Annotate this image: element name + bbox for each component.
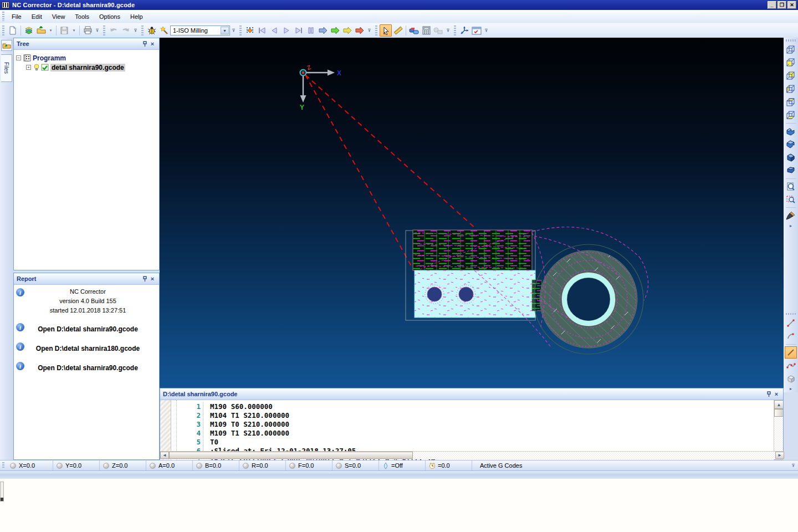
file-toolbar-overflow[interactable]: ▾ bbox=[95, 29, 100, 32]
status-grip[interactable] bbox=[2, 462, 4, 469]
right-toolbar-expand[interactable]: ▸ bbox=[790, 223, 792, 228]
draw-polyline-button[interactable] bbox=[785, 360, 797, 372]
view-front-button[interactable] bbox=[785, 57, 797, 69]
save-button[interactable] bbox=[58, 24, 70, 37]
draw-toolbar-grip[interactable] bbox=[786, 313, 796, 315]
view-back-button[interactable] bbox=[785, 70, 797, 82]
menu-help[interactable]: Help bbox=[125, 12, 148, 22]
menu-view[interactable]: View bbox=[47, 12, 70, 22]
options-window-button[interactable] bbox=[470, 24, 483, 37]
gcode-line[interactable]: 2M104 T1 S210.000000 bbox=[177, 411, 773, 420]
save-dropdown[interactable]: ▾ bbox=[71, 29, 76, 32]
toolbar-grip[interactable] bbox=[2, 25, 4, 35]
viewport-canvas[interactable]: X Y Z bbox=[160, 38, 784, 388]
undo-button[interactable] bbox=[108, 24, 120, 37]
tree-pin-icon[interactable] bbox=[141, 40, 149, 48]
solid-view-4-button[interactable] bbox=[785, 165, 797, 177]
menu-tools[interactable]: Tools bbox=[70, 12, 94, 22]
solid-cube-button[interactable] bbox=[785, 372, 797, 385]
menu-edit[interactable]: Edit bbox=[27, 12, 47, 22]
select-cursor-button[interactable] bbox=[380, 24, 392, 37]
view-toolbar-grip[interactable] bbox=[454, 25, 456, 35]
edit-toolbar-overflow[interactable]: ▾ bbox=[133, 29, 138, 32]
run-red-button[interactable] bbox=[354, 24, 366, 37]
menu-grip[interactable] bbox=[2, 12, 4, 21]
run-yellow-button[interactable] bbox=[341, 24, 354, 37]
gcode-pin-icon[interactable] bbox=[765, 390, 773, 398]
redo-button[interactable] bbox=[120, 24, 132, 37]
gcode-line[interactable]: 1M190 S60.000000 bbox=[177, 402, 773, 411]
view-bottom-button[interactable] bbox=[785, 109, 797, 121]
view-isometric-button[interactable] bbox=[785, 44, 797, 56]
files-tab[interactable]: Files bbox=[1, 54, 12, 82]
step-back-button[interactable] bbox=[268, 24, 280, 37]
tree-close-icon[interactable]: × bbox=[149, 40, 156, 48]
play-button[interactable] bbox=[280, 24, 293, 37]
combo-caret-icon[interactable]: ▼ bbox=[221, 27, 229, 34]
gcode-close-icon[interactable]: × bbox=[773, 390, 780, 398]
clear-brush-button[interactable] bbox=[785, 209, 797, 222]
draw-toolbar-expand[interactable]: ▸ bbox=[790, 386, 792, 391]
measure-3d-button[interactable] bbox=[408, 24, 420, 37]
run-blue-button[interactable] bbox=[317, 24, 329, 37]
print-button[interactable] bbox=[81, 24, 94, 37]
zoom-fit-page-button[interactable] bbox=[785, 181, 797, 193]
zoom-window-button[interactable] bbox=[785, 193, 797, 206]
calculator-button[interactable] bbox=[420, 24, 432, 37]
status-bar-overflow[interactable]: ▾ bbox=[791, 464, 796, 467]
view-left-button[interactable] bbox=[785, 83, 797, 95]
debug-toolbar-overflow[interactable]: ▾ bbox=[231, 29, 236, 32]
debug-button[interactable] bbox=[146, 24, 158, 37]
tree-file-label[interactable]: detal sharnira90.gcode bbox=[50, 64, 125, 71]
gcode-horizontal-scrollbar[interactable]: ◄ ► bbox=[160, 451, 784, 459]
expand-expander-icon[interactable]: + bbox=[26, 65, 31, 70]
solid-view-2-button[interactable] bbox=[785, 139, 797, 151]
scroll-up-icon[interactable]: ▲ bbox=[774, 400, 783, 409]
run-green-button[interactable] bbox=[329, 24, 341, 37]
files-button[interactable] bbox=[1, 40, 12, 51]
collapse-expander-icon[interactable]: − bbox=[16, 55, 21, 60]
sim-toolbar-overflow[interactable]: ▾ bbox=[367, 29, 372, 32]
pause-button[interactable] bbox=[305, 24, 317, 37]
view-top-button[interactable] bbox=[785, 96, 797, 109]
report-close-icon[interactable]: × bbox=[149, 275, 156, 283]
tree-root-label[interactable]: Programm bbox=[33, 54, 66, 62]
milling-mode-combo[interactable]: 1-ISO Milling ▼ bbox=[170, 25, 230, 35]
go-to-start-button[interactable] bbox=[256, 24, 268, 37]
gcode-line[interactable]: 4M109 T1 S210.000000 bbox=[177, 429, 773, 438]
title-bar[interactable]: NC Corrector - D:\detal sharnira90.gcode… bbox=[0, 0, 798, 10]
view-toolbar-grip[interactable] bbox=[786, 39, 796, 42]
open-file-button[interactable] bbox=[35, 24, 47, 37]
gcode-line[interactable]: 3M109 T0 S210.000000 bbox=[177, 420, 773, 429]
solid-view-1-button[interactable] bbox=[785, 125, 797, 137]
report-pin-icon[interactable] bbox=[141, 275, 149, 283]
simulation-settings-button[interactable] bbox=[244, 24, 256, 37]
scroll-left-icon[interactable]: ◄ bbox=[160, 452, 169, 459]
layers-button[interactable] bbox=[23, 24, 35, 37]
new-document-button[interactable] bbox=[7, 24, 19, 37]
scroll-thumb[interactable] bbox=[774, 409, 783, 417]
tools-toolbar-overflow[interactable]: ▾ bbox=[446, 29, 451, 32]
tree-root-row[interactable]: − Programm bbox=[16, 53, 157, 63]
scroll-thumb[interactable] bbox=[169, 452, 413, 459]
minimize-button[interactable]: _ bbox=[768, 1, 776, 9]
debug-toolbar-grip[interactable] bbox=[141, 25, 144, 35]
gcode-line[interactable]: 5T0 bbox=[177, 438, 773, 447]
edit-toolbar-grip[interactable] bbox=[103, 25, 105, 35]
shapes-button[interactable] bbox=[432, 24, 444, 37]
restore-button[interactable]: ❐ bbox=[777, 1, 786, 9]
axes-button[interactable] bbox=[458, 24, 470, 37]
tree-file-row[interactable]: + detal sharnira90.gcode bbox=[26, 63, 157, 72]
sim-toolbar-grip[interactable] bbox=[239, 25, 242, 35]
go-to-end-button[interactable] bbox=[293, 24, 305, 37]
tools-toolbar-grip[interactable] bbox=[375, 25, 377, 35]
scroll-right-icon[interactable]: ► bbox=[775, 452, 784, 459]
draw-line-button[interactable] bbox=[785, 317, 797, 329]
view-toolbar-overflow[interactable]: ▾ bbox=[484, 29, 489, 32]
open-dropdown[interactable]: ▾ bbox=[48, 29, 53, 32]
draw-arc-button[interactable] bbox=[785, 330, 797, 342]
ruler-button[interactable] bbox=[392, 24, 404, 37]
draw-line-selected-button[interactable] bbox=[785, 346, 797, 359]
menu-file[interactable]: File bbox=[7, 12, 27, 22]
close-button[interactable]: ✕ bbox=[787, 1, 796, 9]
